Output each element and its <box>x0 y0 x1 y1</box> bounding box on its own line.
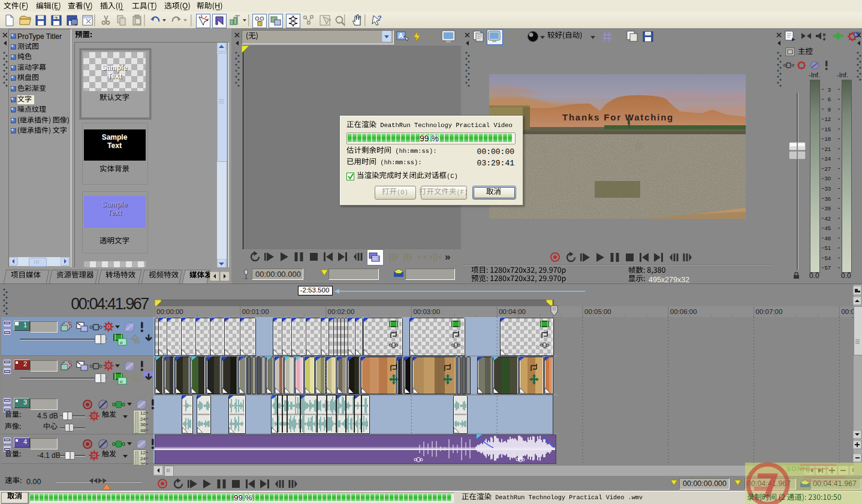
svg-text:30: 30 <box>824 175 831 182</box>
svg-text:a: a <box>120 339 123 345</box>
svg-text:15: 15 <box>824 126 831 132</box>
svg-text:A: A <box>399 32 403 39</box>
svg-text:45: 45 <box>824 225 831 231</box>
svg-text:33: 33 <box>824 185 831 192</box>
svg-text:3: 3 <box>828 86 831 93</box>
svg-text:39: 39 <box>824 205 831 212</box>
svg-text:57: 57 <box>824 264 831 271</box>
svg-text:27: 27 <box>824 165 831 172</box>
svg-text:36: 36 <box>140 422 146 427</box>
svg-text:48: 48 <box>824 235 831 242</box>
svg-text:12: 12 <box>140 450 146 455</box>
svg-text:12: 12 <box>140 411 146 416</box>
svg-text:36: 36 <box>824 195 831 202</box>
svg-text:24: 24 <box>824 155 831 162</box>
svg-text:51: 51 <box>824 245 831 251</box>
svg-text:36: 36 <box>140 461 146 464</box>
svg-text:42: 42 <box>824 215 831 222</box>
svg-text:a: a <box>120 378 123 384</box>
svg-text:Thanks For Watching: Thanks For Watching <box>562 112 674 122</box>
svg-text:24: 24 <box>140 456 146 461</box>
svg-text:48: 48 <box>140 428 146 433</box>
svg-text:21: 21 <box>824 146 831 152</box>
svg-text:6: 6 <box>828 96 831 102</box>
svg-text:?: ? <box>378 14 382 22</box>
svg-text:12: 12 <box>824 116 831 122</box>
svg-text:24: 24 <box>140 417 146 422</box>
svg-text:?: ? <box>55 16 58 22</box>
svg-text:9: 9 <box>828 106 831 113</box>
svg-text:99 %: 99 % <box>420 134 439 143</box>
svg-text:99 %: 99 % <box>234 493 252 502</box>
svg-text:54: 54 <box>824 255 831 261</box>
svg-text:18: 18 <box>824 135 831 142</box>
